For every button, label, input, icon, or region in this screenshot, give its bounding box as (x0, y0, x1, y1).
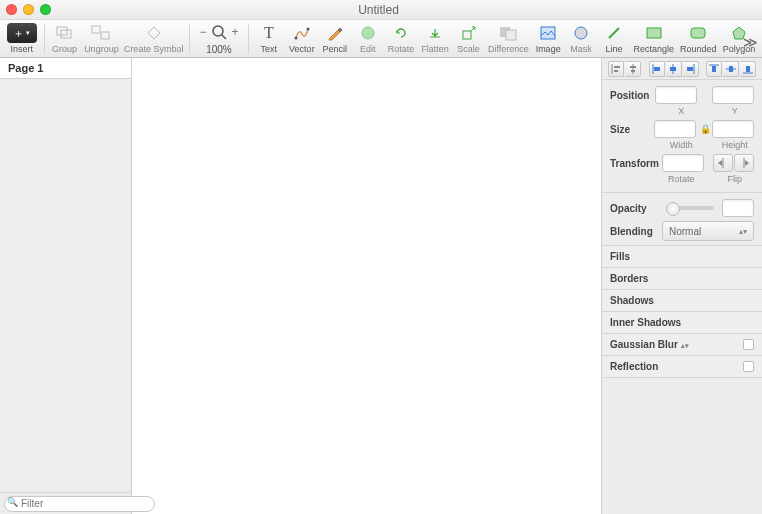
svg-line-14 (609, 28, 619, 38)
svg-rect-0 (57, 27, 67, 35)
canvas[interactable] (132, 58, 602, 514)
group-tool[interactable]: Group (49, 23, 81, 54)
align-bottom-button[interactable] (740, 61, 756, 77)
align-top-button[interactable] (706, 61, 722, 77)
rotate-input[interactable] (662, 154, 704, 172)
sidebar-footer: 0 (0, 492, 131, 514)
pencil-tool[interactable]: Pencil (319, 23, 351, 54)
chevron-updown-icon: ▴▾ (739, 227, 747, 236)
zoom-window-button[interactable] (40, 4, 51, 15)
svg-rect-33 (712, 66, 716, 72)
difference-tool[interactable]: Difference (486, 23, 532, 54)
rotate-tool[interactable]: Rotate (385, 23, 417, 54)
geometry-section: Position X Y Size 🔒 Width Height (602, 80, 762, 193)
ungroup-icon (91, 23, 111, 43)
traffic-lights (6, 4, 51, 15)
borders-header[interactable]: Borders (602, 268, 762, 290)
group-icon (55, 23, 75, 43)
rectangle-tool[interactable]: Rectangle (631, 23, 676, 54)
svg-point-4 (213, 26, 223, 36)
opacity-slider[interactable] (666, 206, 714, 210)
inner-shadows-header[interactable]: Inner Shadows (602, 312, 762, 334)
height-input[interactable] (712, 120, 754, 138)
svg-rect-24 (630, 66, 636, 68)
line-tool[interactable]: Line (598, 23, 630, 54)
reflection-checkbox[interactable] (743, 361, 754, 372)
svg-rect-25 (631, 70, 635, 72)
flatten-icon (427, 23, 443, 43)
opacity-label: Opacity (610, 203, 658, 214)
svg-point-6 (294, 37, 297, 40)
blending-select[interactable]: Normal ▴▾ (662, 221, 754, 241)
toolbar-overflow[interactable]: ≫ (743, 34, 758, 50)
mask-tool[interactable]: Mask (565, 23, 597, 54)
pencil-icon (327, 23, 343, 43)
create-symbol-tool[interactable]: Create Symbol (122, 23, 185, 54)
difference-icon (498, 23, 518, 43)
image-tool[interactable]: Image (532, 23, 564, 54)
shadows-header[interactable]: Shadows (602, 290, 762, 312)
svg-rect-37 (746, 66, 750, 72)
vector-tool[interactable]: Vector (286, 23, 318, 54)
gaussian-blur-checkbox[interactable] (743, 339, 754, 350)
flip-vertical-button[interactable] (734, 154, 754, 172)
gaussian-blur-header[interactable]: Gaussian Blur ▴▾ (602, 334, 762, 356)
position-label: Position (610, 90, 651, 101)
svg-point-13 (575, 27, 587, 39)
rounded-icon (689, 23, 707, 43)
edit-icon (360, 23, 376, 43)
fills-header[interactable]: Fills (602, 246, 762, 268)
text-tool[interactable]: T Text (253, 23, 285, 54)
toolbar: ＋ ▾ Insert Group Ungroup Create Symbol −… (0, 20, 762, 58)
lock-aspect-icon[interactable]: 🔒 (700, 124, 708, 134)
position-y-input[interactable] (712, 86, 754, 104)
align-left-button[interactable] (608, 61, 624, 77)
layers-list (0, 79, 131, 492)
main: Page 1 0 (0, 58, 762, 514)
align-row (602, 58, 762, 80)
position-x-input[interactable] (655, 86, 697, 104)
svg-line-5 (222, 35, 226, 39)
svg-rect-3 (101, 32, 109, 39)
align-middle-button[interactable] (723, 61, 739, 77)
appearance-section: Opacity Blending Normal ▴▾ (602, 193, 762, 246)
flip-horizontal-button[interactable] (713, 154, 733, 172)
svg-rect-9 (463, 31, 471, 39)
line-icon (606, 23, 622, 43)
scale-icon (461, 23, 477, 43)
blending-label: Blending (610, 226, 658, 237)
scale-tool[interactable]: Scale (453, 23, 485, 54)
layers-sidebar: Page 1 0 (0, 58, 132, 514)
zoom-out-button[interactable]: − (197, 26, 209, 38)
ungroup-tool[interactable]: Ungroup (82, 23, 122, 54)
page-row[interactable]: Page 1 (0, 58, 131, 79)
align-right-edge-button[interactable] (683, 61, 699, 77)
align-center-button[interactable] (666, 61, 682, 77)
insert-tool[interactable]: ＋ ▾ Insert (4, 23, 40, 54)
mask-icon (573, 23, 589, 43)
reflection-header[interactable]: Reflection (602, 356, 762, 378)
close-window-button[interactable] (6, 4, 17, 15)
align-center-h-button[interactable] (625, 61, 641, 77)
window-title: Untitled (51, 3, 706, 17)
zoom-in-button[interactable]: + (229, 26, 241, 38)
svg-rect-11 (506, 30, 516, 40)
opacity-input[interactable] (722, 199, 754, 217)
zoom-tool[interactable]: − + 100% (194, 22, 244, 55)
plus-icon: ＋ ▾ (7, 23, 37, 43)
chevron-updown-icon: ▴▾ (681, 342, 689, 349)
rounded-tool[interactable]: Rounded (677, 23, 719, 54)
flatten-tool[interactable]: Flatten (418, 23, 451, 54)
svg-rect-27 (654, 67, 660, 71)
svg-rect-16 (691, 28, 705, 38)
minimize-window-button[interactable] (23, 4, 34, 15)
svg-rect-2 (92, 26, 100, 33)
width-input[interactable] (654, 120, 696, 138)
svg-rect-29 (670, 67, 676, 71)
edit-tool[interactable]: Edit (352, 23, 384, 54)
svg-rect-1 (61, 30, 71, 38)
align-left-edge-button[interactable] (649, 61, 665, 77)
size-label: Size (610, 124, 650, 135)
symbol-icon (145, 23, 163, 43)
filter-input[interactable] (4, 496, 155, 512)
